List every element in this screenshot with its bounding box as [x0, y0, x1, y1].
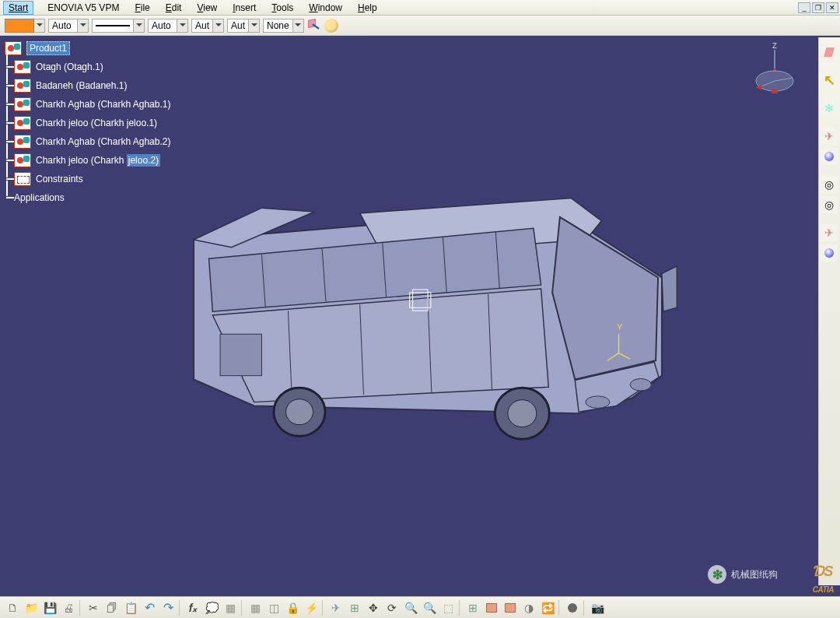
- menu-tools[interactable]: Tools: [264, 1, 301, 15]
- capture-icon[interactable]: [590, 600, 605, 616]
- lock-icon[interactable]: [285, 600, 300, 616]
- window-controls: _ ❐ ✕: [798, 2, 838, 13]
- paste-icon[interactable]: [123, 600, 138, 616]
- storage-icon[interactable]: [565, 600, 580, 616]
- tree-root[interactable]: Product1: [26, 41, 70, 55]
- minimize-button[interactable]: _: [798, 2, 810, 13]
- fly-icon[interactable]: [821, 128, 838, 145]
- snowflake-icon[interactable]: [821, 100, 838, 117]
- zoom-out-icon[interactable]: [422, 600, 437, 616]
- part-icon: [14, 60, 31, 74]
- menu-insert[interactable]: Insert: [225, 1, 264, 15]
- svg-point-26: [508, 400, 537, 427]
- cut-icon[interactable]: [86, 600, 101, 616]
- constraints-icon: [14, 172, 31, 186]
- lineweight-dropdown[interactable]: [92, 19, 145, 33]
- save-icon[interactable]: [42, 600, 58, 616]
- swap-visible-icon[interactable]: [540, 600, 555, 616]
- print-icon[interactable]: [61, 600, 76, 616]
- svg-point-17: [586, 396, 610, 409]
- menu-bar: Start ENOVIA V5 VPM File Edit View Inser…: [0, 0, 840, 16]
- transparency-dropdown[interactable]: Auto: [48, 19, 89, 33]
- undo-icon[interactable]: [142, 600, 157, 616]
- menu-start-button[interactable]: Start: [3, 1, 33, 15]
- menu-file[interactable]: File: [127, 1, 157, 15]
- shading-edge-icon[interactable]: [502, 600, 518, 616]
- menu-view[interactable]: View: [189, 1, 225, 15]
- spreadsheet-icon[interactable]: [222, 600, 238, 616]
- right-toolbar: ↖: [818, 37, 840, 585]
- bus-model[interactable]: Y: [171, 187, 684, 444]
- formula-icon[interactable]: [185, 600, 201, 616]
- menu-edit[interactable]: Edit: [158, 1, 190, 15]
- rotate-icon[interactable]: [384, 600, 400, 616]
- multi-view-icon[interactable]: [465, 600, 481, 616]
- tree-constraints[interactable]: Constraints: [36, 174, 83, 184]
- copy-icon[interactable]: [104, 600, 120, 616]
- compass-z-label: z: [772, 40, 777, 51]
- hierarchy-icon[interactable]: [266, 600, 282, 616]
- part-icon: [14, 97, 31, 111]
- graphic-properties-toolbar: Auto Auto Aut Aut None: [0, 16, 840, 36]
- linetype-dropdown[interactable]: Aut: [191, 19, 224, 33]
- color-dropdown[interactable]: [5, 19, 45, 33]
- color-swatch: [5, 19, 34, 33]
- render-sphere-icon[interactable]: [821, 244, 838, 262]
- 3d-viewport[interactable]: Y: [117, 117, 739, 490]
- macro-icon[interactable]: [303, 600, 319, 616]
- normal-view-icon[interactable]: [440, 600, 456, 616]
- part-icon: [14, 135, 31, 149]
- select-arrow-icon[interactable]: ↖: [821, 72, 838, 89]
- grid-icon[interactable]: [247, 600, 263, 616]
- fit-all-icon[interactable]: [347, 600, 362, 616]
- line-weight-preview: [96, 25, 130, 26]
- svg-point-18: [630, 379, 651, 392]
- watermark-text: ❇机械图纸狗: [708, 565, 778, 584]
- svg-text:Y: Y: [617, 321, 623, 332]
- render-sphere-icon[interactable]: [821, 148, 838, 165]
- tree-item-charkh-aghab1[interactable]: Charkh Aghab (Charkh Aghab.1): [36, 99, 170, 110]
- new-document-icon[interactable]: [5, 600, 20, 616]
- target-icon[interactable]: [821, 176, 838, 193]
- pan-icon[interactable]: [366, 600, 381, 616]
- svg-rect-16: [220, 334, 261, 375]
- compass[interactable]: z: [751, 40, 798, 103]
- zoom-in-icon[interactable]: [403, 600, 418, 616]
- menu-enovia[interactable]: ENOVIA V5 VPM: [40, 1, 127, 15]
- comment-icon[interactable]: [204, 600, 219, 616]
- tree-applications[interactable]: Applications: [14, 192, 65, 203]
- shading-icon[interactable]: [484, 600, 499, 616]
- pointtype-dropdown[interactable]: Aut: [227, 19, 260, 33]
- restore-button[interactable]: ❐: [812, 2, 824, 13]
- assembly-workbench-icon[interactable]: [821, 44, 838, 61]
- wechat-icon: ❇: [708, 565, 726, 584]
- redo-icon[interactable]: [160, 600, 176, 616]
- svg-rect-6: [772, 90, 778, 93]
- hide-show-icon[interactable]: [521, 600, 537, 616]
- paint-wizard-icon[interactable]: [324, 19, 338, 33]
- lineweight-value-dropdown[interactable]: Auto: [148, 19, 188, 33]
- bottom-toolbar: [0, 596, 840, 618]
- part-icon: [14, 153, 31, 167]
- tree-item-badaneh[interactable]: Badaneh (Badaneh.1): [36, 80, 127, 91]
- fly-icon[interactable]: [821, 224, 838, 241]
- menu-help[interactable]: Help: [350, 1, 385, 15]
- part-icon: [14, 116, 31, 130]
- open-folder-icon[interactable]: [23, 600, 39, 616]
- tree-item-otagh[interactable]: Otagh (Otagh.1): [36, 61, 103, 72]
- painter-icon[interactable]: [307, 19, 321, 33]
- menu-window[interactable]: Window: [301, 1, 350, 15]
- part-icon: [14, 79, 31, 93]
- target-icon[interactable]: [821, 196, 838, 213]
- svg-point-24: [286, 399, 313, 425]
- close-button[interactable]: ✕: [826, 2, 838, 13]
- fly-through-icon[interactable]: [328, 600, 344, 616]
- catia-logo: ƊSCATIA: [813, 563, 834, 596]
- render-dropdown[interactable]: None: [263, 19, 304, 33]
